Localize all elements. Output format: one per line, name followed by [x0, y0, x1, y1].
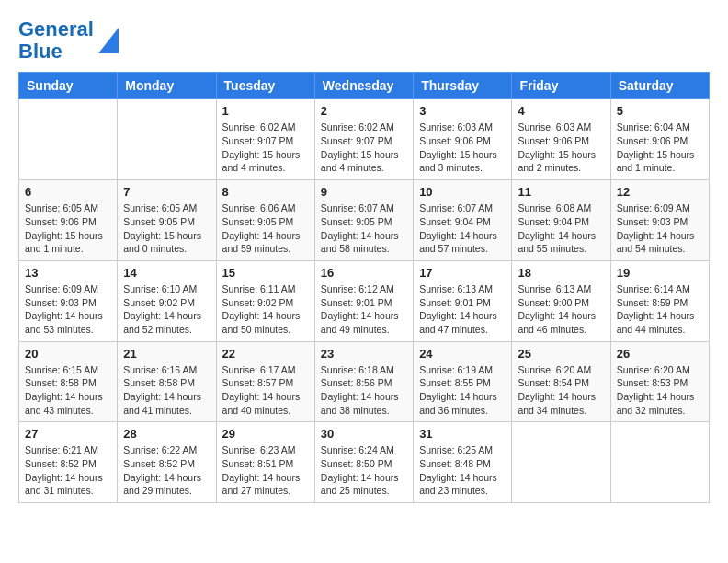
- calendar-header-row: SundayMondayTuesdayWednesdayThursdayFrid…: [19, 73, 710, 99]
- day-info: Sunrise: 6:19 AM Sunset: 8:55 PM Dayligh…: [419, 363, 506, 418]
- day-number: 8: [222, 185, 309, 199]
- day-number: 9: [321, 185, 407, 199]
- day-info: Sunrise: 6:07 AM Sunset: 9:04 PM Dayligh…: [419, 201, 506, 256]
- calendar-cell: 12Sunrise: 6:09 AM Sunset: 9:03 PM Dayli…: [610, 180, 709, 261]
- day-info: Sunrise: 6:15 AM Sunset: 8:58 PM Dayligh…: [25, 363, 111, 418]
- calendar-cell: [19, 99, 118, 180]
- calendar-cell: 22Sunrise: 6:17 AM Sunset: 8:57 PM Dayli…: [216, 341, 314, 422]
- calendar-cell: [610, 422, 709, 503]
- day-of-week-header: Monday: [118, 73, 216, 99]
- day-info: Sunrise: 6:14 AM Sunset: 8:59 PM Dayligh…: [617, 282, 703, 337]
- svg-marker-0: [98, 28, 119, 53]
- calendar-cell: 8Sunrise: 6:06 AM Sunset: 9:05 PM Daylig…: [216, 180, 314, 261]
- day-info: Sunrise: 6:02 AM Sunset: 9:07 PM Dayligh…: [321, 121, 407, 175]
- day-number: 4: [518, 104, 604, 118]
- calendar-cell: 18Sunrise: 6:13 AM Sunset: 9:00 PM Dayli…: [512, 260, 610, 341]
- day-info: Sunrise: 6:05 AM Sunset: 9:05 PM Dayligh…: [123, 201, 210, 256]
- day-number: 21: [123, 347, 210, 361]
- day-info: Sunrise: 6:25 AM Sunset: 8:48 PM Dayligh…: [419, 443, 506, 498]
- calendar-cell: 9Sunrise: 6:07 AM Sunset: 9:05 PM Daylig…: [314, 180, 413, 261]
- day-info: Sunrise: 6:13 AM Sunset: 9:00 PM Dayligh…: [518, 282, 604, 337]
- day-info: Sunrise: 6:03 AM Sunset: 9:06 PM Dayligh…: [419, 121, 506, 175]
- day-number: 19: [617, 266, 703, 280]
- day-number: 27: [25, 427, 111, 441]
- calendar-cell: 23Sunrise: 6:18 AM Sunset: 8:56 PM Dayli…: [314, 341, 413, 422]
- logo-text: General Blue: [18, 18, 94, 63]
- day-number: 26: [617, 347, 703, 361]
- day-info: Sunrise: 6:06 AM Sunset: 9:05 PM Dayligh…: [222, 201, 309, 256]
- day-of-week-header: Wednesday: [314, 73, 413, 99]
- day-number: 28: [123, 427, 210, 441]
- calendar-week-row: 1Sunrise: 6:02 AM Sunset: 9:07 PM Daylig…: [19, 99, 710, 180]
- day-of-week-header: Sunday: [19, 73, 118, 99]
- calendar-cell: 2Sunrise: 6:02 AM Sunset: 9:07 PM Daylig…: [314, 99, 413, 180]
- calendar-cell: 27Sunrise: 6:21 AM Sunset: 8:52 PM Dayli…: [19, 422, 118, 503]
- day-of-week-header: Tuesday: [216, 73, 314, 99]
- calendar-cell: 25Sunrise: 6:20 AM Sunset: 8:54 PM Dayli…: [512, 341, 610, 422]
- calendar-cell: 26Sunrise: 6:20 AM Sunset: 8:53 PM Dayli…: [610, 341, 709, 422]
- day-of-week-header: Saturday: [610, 73, 709, 99]
- day-number: 31: [419, 427, 506, 441]
- day-number: 3: [419, 104, 506, 118]
- calendar-cell: 17Sunrise: 6:13 AM Sunset: 9:01 PM Dayli…: [414, 260, 512, 341]
- day-number: 29: [222, 427, 309, 441]
- day-number: 7: [123, 185, 210, 199]
- day-info: Sunrise: 6:05 AM Sunset: 9:06 PM Dayligh…: [25, 201, 111, 256]
- calendar-cell: 5Sunrise: 6:04 AM Sunset: 9:06 PM Daylig…: [610, 99, 709, 180]
- day-info: Sunrise: 6:18 AM Sunset: 8:56 PM Dayligh…: [321, 363, 407, 418]
- day-of-week-header: Friday: [512, 73, 610, 99]
- calendar-cell: 1Sunrise: 6:02 AM Sunset: 9:07 PM Daylig…: [216, 99, 314, 180]
- calendar-week-row: 6Sunrise: 6:05 AM Sunset: 9:06 PM Daylig…: [19, 180, 710, 261]
- day-number: 13: [25, 266, 111, 280]
- day-number: 24: [419, 347, 506, 361]
- day-info: Sunrise: 6:24 AM Sunset: 8:50 PM Dayligh…: [321, 443, 407, 498]
- day-number: 23: [321, 347, 407, 361]
- calendar-cell: 29Sunrise: 6:23 AM Sunset: 8:51 PM Dayli…: [216, 422, 314, 503]
- calendar-cell: 4Sunrise: 6:03 AM Sunset: 9:06 PM Daylig…: [512, 99, 610, 180]
- calendar-cell: 7Sunrise: 6:05 AM Sunset: 9:05 PM Daylig…: [118, 180, 216, 261]
- day-info: Sunrise: 6:02 AM Sunset: 9:07 PM Dayligh…: [222, 121, 309, 175]
- calendar-cell: 16Sunrise: 6:12 AM Sunset: 9:01 PM Dayli…: [314, 260, 413, 341]
- day-of-week-header: Thursday: [414, 73, 512, 99]
- day-info: Sunrise: 6:11 AM Sunset: 9:02 PM Dayligh…: [222, 282, 309, 337]
- logo-icon: [98, 28, 119, 53]
- day-info: Sunrise: 6:22 AM Sunset: 8:52 PM Dayligh…: [123, 443, 210, 498]
- day-number: 1: [222, 104, 309, 118]
- calendar-cell: 21Sunrise: 6:16 AM Sunset: 8:58 PM Dayli…: [118, 341, 216, 422]
- day-info: Sunrise: 6:10 AM Sunset: 9:02 PM Dayligh…: [123, 282, 210, 337]
- calendar-cell: 15Sunrise: 6:11 AM Sunset: 9:02 PM Dayli…: [216, 260, 314, 341]
- calendar-table: SundayMondayTuesdayWednesdayThursdayFrid…: [18, 72, 710, 503]
- day-number: 20: [25, 347, 111, 361]
- day-number: 5: [617, 104, 703, 118]
- calendar-cell: 6Sunrise: 6:05 AM Sunset: 9:06 PM Daylig…: [19, 180, 118, 261]
- day-info: Sunrise: 6:13 AM Sunset: 9:01 PM Dayligh…: [419, 282, 506, 337]
- day-number: 6: [25, 185, 111, 199]
- day-number: 10: [419, 185, 506, 199]
- calendar-cell: [118, 99, 216, 180]
- calendar-cell: 11Sunrise: 6:08 AM Sunset: 9:04 PM Dayli…: [512, 180, 610, 261]
- day-number: 14: [123, 266, 210, 280]
- calendar-cell: 28Sunrise: 6:22 AM Sunset: 8:52 PM Dayli…: [118, 422, 216, 503]
- day-info: Sunrise: 6:09 AM Sunset: 9:03 PM Dayligh…: [25, 282, 111, 337]
- day-info: Sunrise: 6:09 AM Sunset: 9:03 PM Dayligh…: [617, 201, 703, 256]
- calendar-cell: 19Sunrise: 6:14 AM Sunset: 8:59 PM Dayli…: [610, 260, 709, 341]
- day-number: 12: [617, 185, 703, 199]
- day-info: Sunrise: 6:12 AM Sunset: 9:01 PM Dayligh…: [321, 282, 407, 337]
- day-info: Sunrise: 6:20 AM Sunset: 8:53 PM Dayligh…: [617, 363, 703, 418]
- calendar-cell: [512, 422, 610, 503]
- day-info: Sunrise: 6:03 AM Sunset: 9:06 PM Dayligh…: [518, 121, 604, 175]
- day-info: Sunrise: 6:07 AM Sunset: 9:05 PM Dayligh…: [321, 201, 407, 256]
- day-number: 16: [321, 266, 407, 280]
- day-info: Sunrise: 6:16 AM Sunset: 8:58 PM Dayligh…: [123, 363, 210, 418]
- calendar-week-row: 20Sunrise: 6:15 AM Sunset: 8:58 PM Dayli…: [19, 341, 710, 422]
- calendar-week-row: 13Sunrise: 6:09 AM Sunset: 9:03 PM Dayli…: [19, 260, 710, 341]
- day-info: Sunrise: 6:20 AM Sunset: 8:54 PM Dayligh…: [518, 363, 604, 418]
- calendar-cell: 14Sunrise: 6:10 AM Sunset: 9:02 PM Dayli…: [118, 260, 216, 341]
- day-number: 22: [222, 347, 309, 361]
- day-number: 2: [321, 104, 407, 118]
- day-info: Sunrise: 6:17 AM Sunset: 8:57 PM Dayligh…: [222, 363, 309, 418]
- page-header: General Blue: [18, 18, 710, 63]
- day-number: 15: [222, 266, 309, 280]
- day-info: Sunrise: 6:23 AM Sunset: 8:51 PM Dayligh…: [222, 443, 309, 498]
- calendar-cell: 20Sunrise: 6:15 AM Sunset: 8:58 PM Dayli…: [19, 341, 118, 422]
